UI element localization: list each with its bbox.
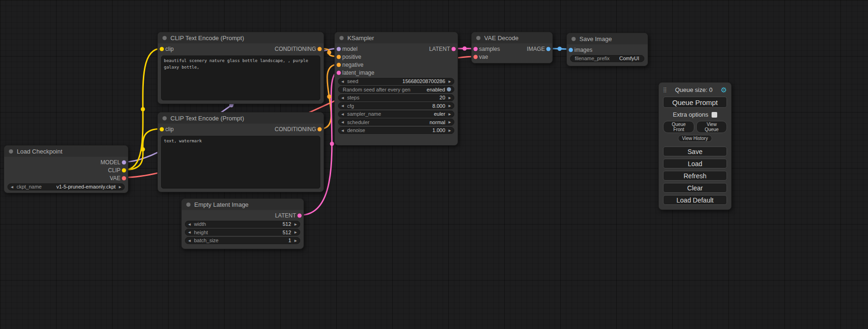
load-default-button[interactable]: Load Default	[663, 195, 727, 205]
decrement-icon[interactable]: ◀	[188, 239, 191, 242]
output-port-latent[interactable]	[297, 213, 302, 217]
next-value-icon[interactable]: ▶	[449, 120, 451, 124]
node-titlebar[interactable]: Load Checkpoint	[4, 146, 128, 157]
input-port-positive[interactable]	[337, 55, 341, 59]
collapse-dot-icon[interactable]	[9, 149, 13, 154]
decrement-icon[interactable]: ◀	[341, 80, 344, 83]
node-save-image[interactable]: Save Image images filename_prefix ComfyU…	[566, 33, 648, 66]
widget-label: cfg	[347, 103, 354, 109]
queue-prompt-button[interactable]: Queue Prompt	[663, 97, 727, 108]
collapse-dot-icon[interactable]	[476, 36, 480, 40]
widget-cfg[interactable]: ◀ cfg 8.000 ▶	[338, 102, 454, 109]
widget-random-seed-toggle[interactable]: Random seed after every gen enabled	[338, 86, 454, 93]
extra-options-checkbox[interactable]	[712, 112, 717, 118]
collapse-dot-icon[interactable]	[162, 36, 167, 40]
queue-front-button[interactable]: Queue Front	[663, 121, 694, 133]
widget-scheduler[interactable]: ◀ scheduler normal ▶	[338, 119, 454, 126]
collapse-dot-icon[interactable]	[162, 116, 167, 120]
input-port-samples[interactable]	[473, 47, 478, 51]
node-titlebar[interactable]: Empty Latent Image	[182, 199, 303, 210]
output-port-conditioning[interactable]	[318, 127, 322, 131]
increment-icon[interactable]: ▶	[449, 104, 451, 107]
widget-denoise[interactable]: ◀ denoise 1.000 ▶	[338, 127, 454, 134]
next-value-icon[interactable]: ▶	[119, 185, 121, 189]
node-clip-text-encode-negative[interactable]: CLIP Text Encode (Prompt) clip CONDITION…	[157, 112, 324, 192]
input-port-vae[interactable]	[473, 55, 478, 59]
next-value-icon[interactable]: ▶	[449, 112, 451, 116]
node-titlebar[interactable]: CLIP Text Encode (Prompt)	[158, 112, 324, 124]
node-titlebar[interactable]: VAE Decode	[472, 32, 552, 43]
widget-label: scheduler	[347, 119, 369, 125]
view-queue-button[interactable]: View Queue	[696, 121, 727, 133]
increment-icon[interactable]: ▶	[449, 80, 451, 83]
node-titlebar[interactable]: KSampler	[335, 32, 458, 43]
output-port-latent[interactable]	[452, 47, 456, 51]
view-history-button[interactable]: View History	[678, 135, 712, 142]
collapse-dot-icon[interactable]	[339, 36, 344, 40]
port-row: latent_image	[335, 69, 458, 77]
decrement-icon[interactable]: ◀	[341, 129, 344, 132]
decrement-icon[interactable]: ◀	[188, 223, 191, 226]
widget-label: denoise	[347, 127, 365, 133]
prompt-textarea[interactable]: text, watermark	[161, 136, 320, 189]
drag-handle-icon[interactable]: ⣿	[663, 87, 667, 93]
save-button[interactable]: Save	[663, 147, 727, 156]
load-button[interactable]: Load	[663, 159, 727, 168]
node-load-checkpoint[interactable]: Load Checkpoint MODEL CLIP VAE ◀ ckpt_na…	[4, 145, 128, 193]
widget-label: Random seed after every gen	[343, 87, 410, 92]
widget-label: batch_size	[194, 238, 219, 243]
input-port-negative[interactable]	[337, 63, 341, 67]
decrement-icon[interactable]: ◀	[188, 231, 191, 234]
collapse-dot-icon[interactable]	[186, 203, 191, 207]
node-title: Load Checkpoint	[17, 148, 63, 155]
link-midpoint-dot	[327, 95, 332, 99]
widget-batch-size[interactable]: ◀ batch_size 1 ▶	[185, 237, 300, 244]
node-titlebar[interactable]: Save Image	[567, 33, 648, 44]
node-ksampler[interactable]: KSampler model LATENT positive negative …	[334, 32, 458, 146]
output-port-vae[interactable]	[122, 176, 126, 180]
clear-button[interactable]: Clear	[663, 183, 727, 193]
prev-value-icon[interactable]: ◀	[341, 112, 344, 116]
node-title: KSampler	[347, 35, 374, 42]
collapse-dot-icon[interactable]	[572, 37, 576, 41]
node-empty-latent-image[interactable]: Empty Latent Image LATENT ◀ width 512 ▶ …	[181, 198, 304, 249]
increment-icon[interactable]: ▶	[295, 231, 297, 234]
node-titlebar[interactable]: CLIP Text Encode (Prompt)	[158, 32, 324, 43]
decrement-icon[interactable]: ◀	[341, 104, 344, 107]
increment-icon[interactable]: ▶	[295, 239, 297, 242]
widget-seed[interactable]: ◀ seed 156680208700286 ▶	[338, 78, 454, 85]
widget-steps[interactable]: ◀ steps 20 ▶	[338, 94, 454, 101]
widget-sampler-name[interactable]: ◀ sampler_name euler ▶	[338, 111, 454, 118]
output-port-conditioning[interactable]	[318, 47, 322, 51]
output-port-image[interactable]	[546, 47, 550, 51]
input-port-clip[interactable]	[160, 47, 164, 51]
prompt-textarea[interactable]: beautiful scenery nature glass bottle la…	[161, 56, 320, 100]
increment-icon[interactable]: ▶	[295, 223, 297, 226]
link-midpoint-dot	[327, 50, 332, 55]
input-port-clip[interactable]	[160, 127, 164, 131]
prev-value-icon[interactable]: ◀	[11, 185, 13, 189]
input-label-model: model	[342, 46, 358, 52]
widget-width[interactable]: ◀ width 512 ▶	[185, 221, 300, 228]
settings-gear-icon[interactable]: ⚙	[721, 86, 727, 93]
output-port-model[interactable]	[122, 160, 126, 164]
input-port-latent-image[interactable]	[337, 70, 341, 75]
node-vae-decode[interactable]: VAE Decode samples IMAGE vae	[471, 32, 553, 63]
output-label-latent: LATENT	[275, 212, 296, 219]
increment-icon[interactable]: ▶	[449, 96, 451, 99]
widget-ckpt-name[interactable]: ◀ ckpt_name v1-5-pruned-emaonly.ckpt ▶	[7, 183, 125, 190]
output-port-clip[interactable]	[122, 168, 126, 172]
increment-icon[interactable]: ▶	[449, 129, 451, 132]
node-title: CLIP Text Encode (Prompt)	[170, 35, 244, 42]
refresh-button[interactable]: Refresh	[663, 171, 727, 181]
widget-height[interactable]: ◀ height 512 ▶	[185, 229, 300, 236]
prev-value-icon[interactable]: ◀	[341, 120, 344, 124]
input-port-model[interactable]	[337, 47, 341, 51]
decrement-icon[interactable]: ◀	[341, 96, 344, 99]
toggle-icon[interactable]	[447, 87, 451, 91]
node-graph-canvas[interactable]: Load Checkpoint MODEL CLIP VAE ◀ ckpt_na…	[0, 0, 868, 329]
widget-filename-prefix[interactable]: filename_prefix ComfyUI	[570, 55, 644, 62]
node-clip-text-encode-positive[interactable]: CLIP Text Encode (Prompt) clip CONDITION…	[157, 32, 324, 104]
widget-value: 512	[282, 221, 291, 227]
input-port-images[interactable]	[569, 48, 573, 52]
